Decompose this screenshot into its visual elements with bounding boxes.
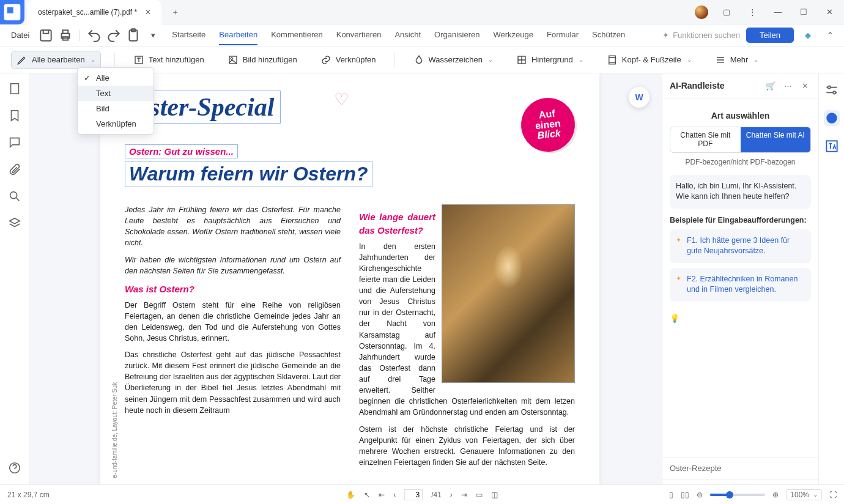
- heart-icon: ♡: [334, 89, 349, 109]
- tab-werkzeuge[interactable]: Werkzeuge: [494, 25, 534, 45]
- watermark-button[interactable]: Wasserzeichen ⌄: [409, 51, 498, 69]
- dropdown-item-alle[interactable]: Alle: [78, 70, 154, 86]
- dropdown-item-text[interactable]: Text: [78, 86, 154, 101]
- attachment-icon[interactable]: [8, 163, 21, 176]
- window-close-icon[interactable]: ✕: [822, 5, 837, 20]
- background-button[interactable]: Hintergrund ⌄: [511, 51, 588, 69]
- kebab-menu-icon[interactable]: ⋮: [745, 5, 760, 20]
- svg-rect-1: [7, 7, 13, 13]
- select-tool-icon[interactable]: ↖: [364, 491, 370, 499]
- single-page-icon[interactable]: ▯: [669, 491, 673, 499]
- more-button[interactable]: Mehr ⌄: [710, 51, 764, 69]
- tab-konvertieren[interactable]: Konvertieren: [336, 25, 382, 45]
- ai-sidebar: AI-Randleiste 🛒 ⋯ ✕ Art auswählen Chatte…: [662, 73, 818, 502]
- tab-ansicht[interactable]: Ansicht: [394, 25, 421, 45]
- tab-schuetzen[interactable]: Schützen: [592, 25, 625, 45]
- page-total: /41: [431, 491, 442, 499]
- seg-chat-ai[interactable]: Chatten Sie mit AI: [741, 127, 811, 152]
- hand-tool-icon[interactable]: ✋: [346, 491, 355, 499]
- last-page-icon[interactable]: ⇥: [461, 491, 467, 499]
- tab-organisieren[interactable]: Organisieren: [434, 25, 479, 45]
- ai-sparkle-icon[interactable]: [824, 110, 840, 126]
- layers-icon[interactable]: [8, 217, 21, 230]
- app-logo[interactable]: [0, 0, 24, 24]
- last-supper-image[interactable]: [442, 204, 575, 383]
- dropdown-icon[interactable]: ▾: [145, 28, 161, 43]
- maximize-icon[interactable]: ☐: [796, 5, 811, 20]
- heading-1[interactable]: Warum feiern wir Ostern?: [125, 161, 372, 187]
- tab-formular[interactable]: Formular: [547, 25, 579, 45]
- ai-mode-segment: Chatten Sie mit PDF Chatten Sie mit AI: [670, 127, 811, 153]
- translate-icon[interactable]: [824, 138, 840, 154]
- svg-point-17: [833, 91, 835, 94]
- seg-chat-pdf[interactable]: Chatten Sie mit PDF: [670, 127, 741, 152]
- zoom-out-icon[interactable]: ⊖: [697, 491, 703, 499]
- layout-credit: e-und-familie.de, Layout: Peter Suk: [111, 382, 118, 478]
- page-number-input[interactable]: [404, 489, 423, 500]
- canvas-area[interactable]: Oster-Special ♡ Auf einen Blick Ostern: …: [29, 73, 662, 502]
- add-text-button[interactable]: Text hinzufügen: [128, 51, 209, 69]
- header-footer-button[interactable]: Kopf- & Fußzeile ⌄: [602, 51, 697, 69]
- fit-width-icon[interactable]: ⛶: [829, 491, 837, 499]
- page-icon: [607, 54, 618, 65]
- add-image-button[interactable]: Bild hinzufügen: [223, 51, 302, 69]
- comment-icon[interactable]: [8, 136, 21, 149]
- close-panel-icon[interactable]: ✕: [799, 80, 811, 92]
- ai-select-title: Art auswählen: [670, 111, 811, 120]
- first-page-icon[interactable]: ⇤: [379, 491, 385, 499]
- add-image-label: Bild hinzufügen: [243, 55, 297, 64]
- dropdown-item-verknuepfen[interactable]: Verknüpfen: [78, 116, 154, 132]
- bulb-icon[interactable]: 💡: [670, 314, 811, 323]
- print-icon[interactable]: [57, 28, 73, 43]
- zoom-slider[interactable]: [710, 494, 765, 496]
- sliders-icon[interactable]: [824, 82, 840, 98]
- ai-example-1[interactable]: F1. Ich hätte gerne 3 Ideen für gute Neu…: [670, 229, 811, 263]
- avatar[interactable]: [695, 6, 708, 19]
- collapse-ribbon-icon[interactable]: ⌃: [822, 28, 838, 43]
- close-tab-icon[interactable]: ✕: [143, 7, 153, 17]
- cart-icon[interactable]: 🛒: [764, 80, 777, 92]
- minimize-icon[interactable]: —: [771, 5, 785, 20]
- svg-rect-4: [63, 30, 68, 33]
- share-button[interactable]: Teilen: [746, 28, 794, 43]
- file-menu[interactable]: Datei: [6, 28, 34, 42]
- tab-startseite[interactable]: Startseite: [172, 25, 205, 45]
- edit-all-button[interactable]: Alle bearbeiten ⌄: [11, 51, 101, 69]
- link-button[interactable]: Verknüpfen: [316, 51, 381, 69]
- document-tab[interactable]: osterpaket_sc...amilie (7).pdf * ✕: [27, 0, 161, 24]
- search-icon[interactable]: [8, 190, 21, 203]
- zoom-in-icon[interactable]: ⊕: [772, 491, 779, 499]
- column-right[interactable]: Wie lange dauert das Osterfest? In den e…: [359, 204, 575, 473]
- search-functions[interactable]: ✦ Funktionen suchen: [662, 31, 740, 40]
- chevron-down-icon: ⌄: [753, 56, 758, 63]
- dropdown-item-bild[interactable]: Bild: [78, 101, 154, 116]
- ai-examples-title: Beispiele für Eingabeaufforderungen:: [670, 216, 811, 224]
- column-left[interactable]: Jedes Jahr im Frühling feiern wir das Os…: [125, 204, 341, 473]
- prev-page-icon[interactable]: ‹: [393, 491, 396, 499]
- svg-rect-19: [826, 141, 837, 151]
- two-page-icon[interactable]: ▯▯: [681, 491, 689, 499]
- page-view-icon[interactable]: ▭: [476, 491, 483, 499]
- zoom-level[interactable]: 100%⌄: [786, 489, 822, 500]
- split-view-icon[interactable]: ◫: [491, 491, 498, 499]
- undo-icon[interactable]: [86, 28, 102, 43]
- ai-input[interactable]: Oster-Rezepte: [662, 457, 818, 479]
- ai-example-2[interactable]: F2. Erzähltechniken in Romanen und in Fi…: [670, 268, 811, 302]
- help-icon[interactable]: [8, 461, 21, 475]
- add-text-label: Text hinzufügen: [149, 55, 204, 64]
- export-word-button[interactable]: W: [629, 87, 650, 108]
- bookmark-icon[interactable]: [8, 109, 21, 122]
- tab-kommentieren[interactable]: Kommentieren: [271, 25, 323, 45]
- redo-icon[interactable]: [106, 28, 122, 43]
- new-tab-button[interactable]: ＋: [166, 4, 183, 21]
- sync-icon[interactable]: ◆: [800, 28, 816, 43]
- thumbnails-icon[interactable]: [8, 82, 21, 95]
- tab-bearbeiten[interactable]: Bearbeiten: [219, 25, 257, 45]
- pdf-page: Oster-Special ♡ Auf einen Blick Ostern: …: [100, 73, 599, 502]
- save-icon[interactable]: [38, 28, 54, 43]
- clipboard-icon[interactable]: [125, 28, 141, 43]
- next-page-icon[interactable]: ›: [450, 491, 453, 499]
- kicker[interactable]: Ostern: Gut zu wissen...: [125, 144, 238, 158]
- feedback-icon[interactable]: ▢: [719, 5, 734, 20]
- more-icon[interactable]: ⋯: [782, 80, 794, 92]
